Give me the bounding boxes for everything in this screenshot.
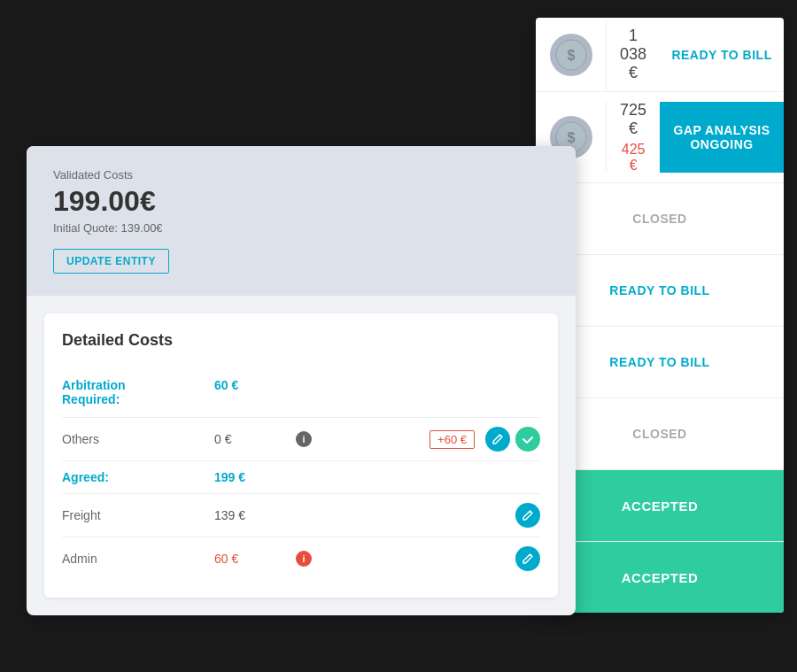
others-edit-icon[interactable] (485, 427, 510, 452)
others-label: Others (62, 432, 204, 446)
scene: $ 1 038 € READY TO BILL $ 725 € (0, 0, 797, 672)
agreed-value: 199 € (214, 470, 285, 484)
amount-main-2: 725 € (620, 101, 646, 138)
detail-panel: Validated Costs 199.00€ Initial Quote: 1… (27, 146, 576, 615)
status-label-2: GAP ANALYSIS ONGOING (660, 102, 784, 173)
admin-edit-icon[interactable] (515, 546, 540, 571)
others-check-icon[interactable] (515, 427, 540, 452)
status-row-2-amounts: 725 € 425 € (607, 92, 660, 182)
detailed-costs-title: Detailed Costs (62, 331, 540, 350)
amount-secondary-2: 425 € (620, 142, 646, 174)
cost-row-arbitration: ArbitrationRequired: 60 € (62, 367, 540, 418)
admin-actions (515, 546, 540, 571)
freight-edit-icon[interactable] (515, 503, 540, 528)
status-label-1: READY TO BILL (660, 19, 784, 90)
status-row-1: $ 1 038 € READY TO BILL (536, 18, 784, 92)
status-row-1-icon: $ (536, 19, 607, 90)
status-row-1-amounts: 1 038 € (607, 18, 660, 91)
cost-row-freight: Freight 139 € (62, 494, 540, 537)
svg-text:$: $ (567, 130, 575, 145)
cost-row-admin: Admin 60 € i (62, 537, 540, 580)
initial-quote: Initial Quote: 139.00€ (53, 221, 549, 235)
svg-text:$: $ (567, 48, 575, 63)
amount-main-1: 1 038 € (620, 27, 646, 82)
admin-value: 60 € (214, 552, 285, 566)
cost-row-agreed: Agreed: 199 € (62, 461, 540, 494)
freight-label: Freight (62, 508, 204, 522)
validated-label: Validated Costs (53, 168, 549, 182)
others-actions (485, 427, 540, 452)
arbitration-value: 60 € (214, 378, 285, 392)
others-info-icon[interactable]: i (296, 431, 312, 447)
others-value: 0 € (214, 432, 285, 446)
coin-icon-1: $ (550, 34, 592, 76)
freight-actions (515, 503, 540, 528)
validated-amount: 199.00€ (53, 185, 549, 218)
arbitration-label: ArbitrationRequired: (62, 378, 204, 406)
freight-value: 139 € (214, 508, 285, 522)
update-entity-button[interactable]: UPDATE ENTITY (53, 249, 169, 274)
others-plus-badge: +60 € (429, 430, 475, 449)
admin-label: Admin (62, 552, 204, 566)
validated-section: Validated Costs 199.00€ Initial Quote: 1… (27, 146, 576, 296)
cost-row-others: Others 0 € i +60 € (62, 418, 540, 461)
detailed-costs-section: Detailed Costs ArbitrationRequired: 60 €… (44, 313, 558, 598)
agreed-label: Agreed: (62, 470, 204, 484)
admin-info-icon[interactable]: i (296, 551, 312, 567)
